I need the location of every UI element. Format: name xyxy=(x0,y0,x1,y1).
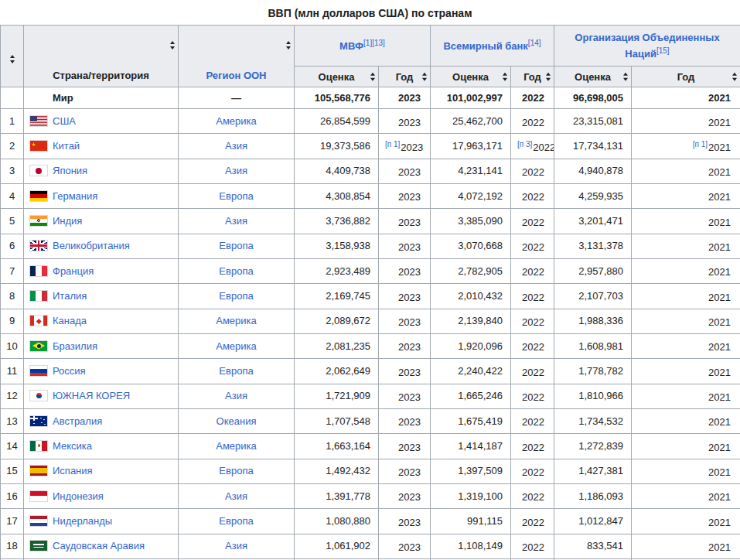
country-row: 3 Япония Азия 4,409,738 2023 4,231,141 2… xyxy=(1,159,740,183)
country-link[interactable]: Франция xyxy=(53,265,94,277)
rank-cell: 3 xyxy=(1,159,24,183)
region-link[interactable]: Азия xyxy=(225,540,247,551)
imf-footnote-ref[interactable]: [1][13] xyxy=(363,39,385,47)
world-un-year-cell: 2021 xyxy=(632,87,740,109)
country-link[interactable]: Великобритания xyxy=(53,240,130,251)
world-name-cell: Мир xyxy=(24,87,179,109)
country-link[interactable]: Канада xyxy=(53,315,87,326)
un-year-sort-header[interactable]: Год xyxy=(632,67,740,87)
wb-year-cell: 2022 xyxy=(511,183,554,208)
imf-year-cell: 2023 xyxy=(379,534,431,558)
region-link[interactable]: Америка xyxy=(216,440,257,452)
world-bank-year-sort-header[interactable]: Год xyxy=(511,67,554,87)
world-bank-link[interactable]: Всемирный банк xyxy=(443,41,527,53)
rank-cell: 14 xyxy=(1,434,24,459)
footnote-ref[interactable]: [п 1] xyxy=(385,140,400,149)
region-column-link[interactable]: Регион ООН xyxy=(206,70,267,81)
country-link[interactable]: Китай xyxy=(53,140,80,152)
country-cell: Япония xyxy=(24,159,179,183)
un-estimate-cell: 1,810,966 xyxy=(554,384,632,408)
country-row: 17 Нидерланды Европа 1,080,880 2023 991,… xyxy=(1,509,740,534)
footnote-ref[interactable]: [п 3] xyxy=(517,140,532,149)
country-cell: ЮЖНАЯ КОРЕЯ xyxy=(24,384,179,408)
region-link[interactable]: Океания xyxy=(217,415,257,427)
sort-icon xyxy=(286,41,291,50)
region-link[interactable]: Азия xyxy=(225,165,247,176)
country-link[interactable]: Мексика xyxy=(53,440,92,452)
region-link[interactable]: Европа xyxy=(219,190,253,202)
region-link[interactable]: Европа xyxy=(219,365,253,377)
kr-flag-icon xyxy=(30,391,47,401)
country-link[interactable]: Италия xyxy=(53,290,87,302)
region-link[interactable]: Азия xyxy=(225,140,247,152)
imf-year-cell: 2023 xyxy=(379,109,431,134)
world-wb-estimate-cell: 101,002,997 xyxy=(431,87,511,109)
world-rank-cell xyxy=(1,87,24,109)
country-link[interactable]: Испания xyxy=(53,465,93,476)
region-link[interactable]: Азия xyxy=(225,390,247,401)
country-link[interactable]: Индия xyxy=(53,215,82,227)
ca-flag-icon xyxy=(30,316,47,326)
region-link[interactable]: Азия xyxy=(225,215,247,227)
country-link[interactable]: Индонезия xyxy=(53,490,104,502)
imf-estimate-sort-header[interactable]: Оценка xyxy=(295,67,379,87)
world-bank-estimate-sort-header[interactable]: Оценка xyxy=(431,67,511,87)
wb-year-cell: 2022 xyxy=(511,408,554,433)
region-link[interactable]: Европа xyxy=(219,265,253,277)
world-bank-footnote-ref[interactable]: [14] xyxy=(528,39,541,47)
country-link[interactable]: Австралия xyxy=(53,415,102,427)
country-link[interactable]: Бразилия xyxy=(53,340,97,352)
imf-link[interactable]: МВФ xyxy=(339,41,363,53)
country-row: 8 Италия Европа 2,169,745 2023 2,010,432… xyxy=(1,284,740,309)
rank-cell: 6 xyxy=(1,234,24,258)
world-wb-year-cell: 2022 xyxy=(511,87,554,109)
wb-year-cell: 2022 xyxy=(511,534,554,558)
country-link[interactable]: Россия xyxy=(53,365,86,377)
country-row: 2 Китай Азия 19,373,586 [п 1]2023 17,963… xyxy=(1,134,740,159)
country-row: 9 Канада Америка 2,089,672 2023 2,139,84… xyxy=(1,309,740,333)
region-cell: Океания xyxy=(179,408,295,433)
region-link[interactable]: Азия xyxy=(225,490,247,502)
region-link[interactable]: Европа xyxy=(219,465,253,476)
country-cell: Индонезия xyxy=(24,483,179,508)
country-link[interactable]: ЮЖНАЯ КОРЕЯ xyxy=(53,390,130,401)
rank-column-sort-header[interactable] xyxy=(1,26,24,87)
country-cell: Индия xyxy=(24,209,179,234)
un-footnote-ref[interactable]: [15] xyxy=(656,46,670,55)
region-link[interactable]: Америка xyxy=(216,315,257,326)
country-column-header[interactable]: Страна/территория xyxy=(24,26,179,87)
region-link[interactable]: Европа xyxy=(219,515,253,527)
region-link[interactable]: Европа xyxy=(219,290,253,302)
region-cell: Азия xyxy=(179,134,295,159)
br-flag-icon xyxy=(30,341,47,351)
rank-cell: 8 xyxy=(1,284,24,309)
country-row: 12 ЮЖНАЯ КОРЕЯ Азия 1,721,909 2023 1,665… xyxy=(1,384,740,408)
wb-estimate-cell: 4,072,192 xyxy=(431,183,511,208)
un-year-cell: 2021 xyxy=(632,333,740,358)
country-link[interactable]: Япония xyxy=(53,165,87,176)
sort-icon xyxy=(732,73,737,81)
un-year-cell: 2021 xyxy=(632,359,740,384)
imf-year-sort-header[interactable]: Год xyxy=(379,67,431,87)
un-link[interactable]: Организация Объединенных Наций xyxy=(575,32,719,60)
country-link[interactable]: Саудовская Аравия xyxy=(53,540,145,551)
wb-estimate-cell: 1,920,096 xyxy=(431,333,511,358)
sort-icon xyxy=(10,55,15,63)
country-link[interactable]: Германия xyxy=(53,190,97,202)
un-estimate-cell: 3,201,471 xyxy=(554,209,632,234)
footnote-ref[interactable]: [п 1] xyxy=(693,140,708,149)
wb-estimate-cell: 1,108,149 xyxy=(431,534,511,558)
wb-year-cell: 2022 xyxy=(511,483,554,508)
region-link[interactable]: Америка xyxy=(216,115,257,127)
wb-estimate-cell: 1,319,100 xyxy=(431,483,511,508)
wb-year-cell: 2022 xyxy=(511,258,554,283)
wb-year-cell: 2022 xyxy=(511,459,554,483)
region-column-header[interactable]: Регион ООН xyxy=(179,26,295,87)
it-flag-icon xyxy=(30,291,47,301)
country-link[interactable]: Нидерланды xyxy=(53,515,112,527)
region-link[interactable]: Америка xyxy=(216,340,257,352)
un-estimate-sort-header[interactable]: Оценка xyxy=(554,67,632,87)
wb-year-cell: 2022 xyxy=(511,234,554,258)
region-link[interactable]: Европа xyxy=(219,240,253,251)
country-link[interactable]: США xyxy=(53,115,76,127)
